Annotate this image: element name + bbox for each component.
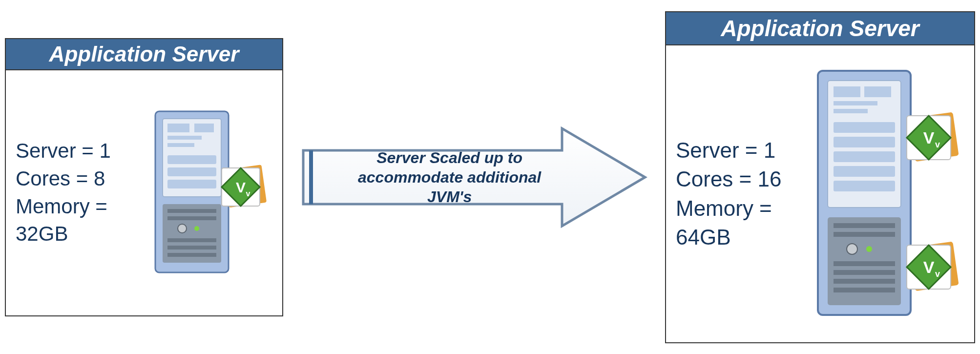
svg-rect-30 (834, 122, 895, 133)
svg-rect-13 (167, 246, 216, 250)
server-tower-icon: V v (146, 106, 272, 277)
svg-text:v: v (935, 140, 940, 149)
svg-rect-3 (194, 124, 214, 132)
vault-jvm-badge-icon: V v (907, 112, 959, 162)
right-box-body: Server = 1 Cores = 16 Memory = 64GB (666, 45, 974, 342)
server-tower-icon: V v V v (808, 66, 964, 320)
svg-rect-27 (864, 86, 891, 97)
svg-rect-7 (167, 167, 216, 176)
svg-text:v: v (935, 269, 940, 279)
svg-text:v: v (246, 189, 250, 198)
svg-rect-41 (834, 288, 895, 292)
svg-rect-38 (834, 261, 895, 266)
svg-text:V: V (236, 179, 246, 195)
svg-rect-34 (834, 181, 895, 191)
svg-rect-40 (834, 279, 895, 284)
left-application-server-box: Application Server Server = 1 Cores = 8 … (5, 38, 283, 316)
svg-rect-37 (834, 232, 895, 237)
vault-jvm-badge-icon: V v (222, 165, 267, 208)
svg-rect-33 (834, 166, 895, 177)
svg-rect-39 (834, 270, 895, 275)
scale-up-arrow: Server Scaled up to accommodate addition… (298, 124, 650, 231)
svg-rect-29 (834, 109, 868, 113)
right-server-specs: Server = 1 Cores = 16 Memory = 64GB (676, 136, 801, 252)
svg-point-15 (178, 224, 187, 233)
right-box-title: Application Server (666, 12, 974, 45)
right-application-server-box: Application Server Server = 1 Cores = 16… (665, 11, 975, 343)
svg-text:V: V (923, 128, 935, 147)
arrow-label: Server Scaled up to accommodate addition… (345, 148, 555, 207)
left-box-body: Server = 1 Cores = 8 Memory = 32GB (6, 70, 282, 315)
svg-rect-28 (834, 101, 877, 105)
svg-rect-10 (167, 209, 216, 213)
scale-up-arrow-container: Server Scaled up to accommodate addition… (283, 124, 665, 231)
svg-rect-2 (167, 124, 189, 132)
svg-rect-26 (834, 86, 860, 97)
left-server-specs: Server = 1 Cores = 8 Memory = 32GB (16, 137, 138, 248)
svg-rect-32 (834, 151, 895, 162)
vault-jvm-badge-icon: V v (907, 241, 959, 291)
svg-rect-4 (167, 136, 202, 140)
right-server-graphic: V v V v (808, 66, 964, 322)
left-server-graphic: V v (146, 106, 272, 279)
svg-point-42 (847, 244, 857, 254)
svg-rect-8 (167, 180, 216, 188)
left-box-title: Application Server (6, 39, 282, 70)
svg-rect-14 (167, 253, 216, 257)
svg-point-43 (866, 246, 872, 252)
svg-rect-11 (167, 216, 216, 220)
svg-point-16 (194, 226, 199, 231)
svg-rect-36 (834, 223, 895, 228)
svg-rect-23 (309, 150, 313, 204)
svg-rect-12 (167, 238, 216, 242)
svg-rect-31 (834, 137, 895, 147)
svg-rect-5 (167, 143, 194, 147)
svg-rect-6 (167, 155, 216, 164)
svg-text:V: V (923, 258, 935, 276)
